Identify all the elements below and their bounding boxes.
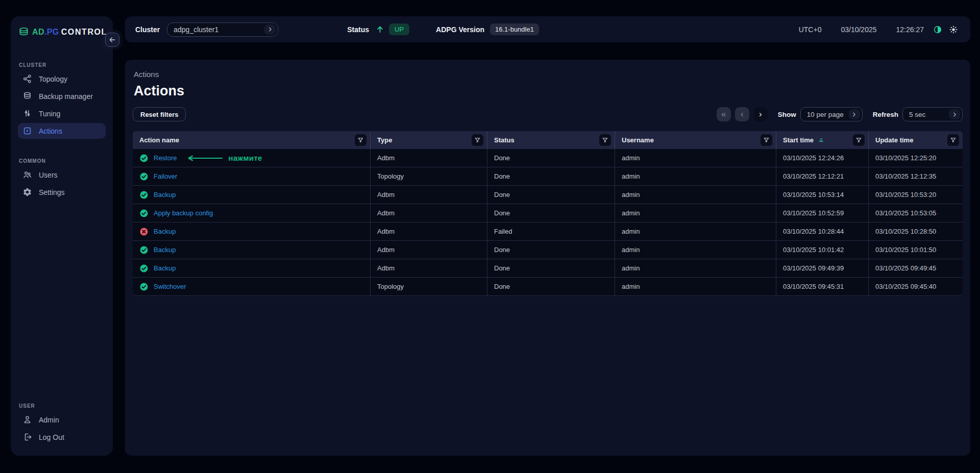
filter-button-type[interactable] bbox=[472, 134, 483, 146]
cell-start-time: 03/10/2025 10:52:59 bbox=[776, 204, 869, 222]
nav-section-label-common: COMMON bbox=[11, 158, 113, 164]
cell-status: Done bbox=[487, 186, 615, 204]
action-link[interactable]: Restore bbox=[154, 154, 177, 162]
cell-start-time: 03/10/2025 12:24:26 bbox=[776, 149, 869, 167]
action-link[interactable]: Switchover bbox=[154, 283, 186, 290]
clock: UTC+0 03/10/2025 12:26:27 bbox=[799, 26, 924, 34]
cell-username: admin bbox=[615, 167, 776, 186]
sidebar-item-label: Backup manager bbox=[39, 92, 93, 101]
cell-username: admin bbox=[615, 259, 776, 278]
sidebar-item-label: Actions bbox=[39, 127, 62, 135]
annotation: нажмите bbox=[187, 154, 262, 162]
cell-status: Failed bbox=[487, 222, 615, 241]
timezone-value: UTC+0 bbox=[799, 26, 822, 34]
cell-username: admin bbox=[615, 278, 776, 296]
cell-username: admin bbox=[615, 204, 776, 222]
sidebar-item-label: Users bbox=[39, 171, 58, 179]
chevron-right-icon bbox=[264, 24, 276, 35]
topology-icon bbox=[22, 74, 32, 84]
filter-icon bbox=[602, 137, 608, 143]
sidebar-item-admin[interactable]: Admin bbox=[18, 412, 106, 428]
first-page-button[interactable]: « bbox=[717, 107, 731, 121]
sidebar-item-log-out[interactable]: Log Out bbox=[18, 429, 106, 445]
sidebar-item-topology[interactable]: Topology bbox=[18, 71, 106, 87]
refresh-interval-select[interactable]: 5 sec bbox=[902, 107, 963, 121]
cell-start-time: 03/10/2025 09:49:39 bbox=[776, 259, 869, 278]
cell-type: Adbm bbox=[371, 186, 487, 204]
sidebar-item-tuning[interactable]: Tuning bbox=[18, 106, 106, 121]
cell-update-time: 03/10/2025 10:01:50 bbox=[869, 241, 963, 259]
nav-section-label-cluster: CLUSTER bbox=[11, 62, 113, 68]
cluster-select[interactable]: adpg_cluster1 bbox=[167, 22, 278, 37]
sidebar-item-label: Admin bbox=[39, 416, 59, 424]
action-link[interactable]: Failover bbox=[154, 172, 177, 180]
sidebar-collapse-button[interactable] bbox=[105, 33, 119, 47]
cluster-select-value: adpg_cluster1 bbox=[174, 26, 218, 34]
filter-button-update-time[interactable] bbox=[947, 134, 959, 146]
cell-update-time: 03/10/2025 10:53:20 bbox=[869, 186, 963, 204]
action-link[interactable]: Backup bbox=[154, 246, 176, 254]
success-check-icon bbox=[139, 245, 149, 255]
column-title: Update time bbox=[875, 136, 913, 144]
sidebar-item-actions[interactable]: Actions bbox=[18, 123, 106, 139]
app-title: AD.PGCONTROL bbox=[32, 28, 107, 37]
logout-icon bbox=[22, 432, 32, 442]
column-header-username: Username bbox=[615, 131, 776, 149]
light-mode-sun-icon[interactable] bbox=[949, 25, 958, 34]
action-link[interactable]: Backup bbox=[154, 228, 176, 235]
sidebar-item-users[interactable]: Users bbox=[18, 167, 106, 183]
column-header-start-time: Start time bbox=[776, 131, 869, 149]
breadcrumb: Actions bbox=[133, 70, 963, 79]
per-page-select[interactable]: 10 per page bbox=[800, 107, 863, 121]
annotation-arrow-icon bbox=[187, 155, 224, 161]
adpg-version: ADPG Version 16.1-bundle1 bbox=[436, 23, 539, 35]
filter-icon bbox=[357, 137, 364, 143]
sidebar-item-label: Topology bbox=[39, 75, 67, 83]
filter-icon bbox=[763, 137, 770, 143]
filter-button-username[interactable] bbox=[761, 134, 772, 146]
cell-start-time: 03/10/2025 12:12:21 bbox=[776, 167, 869, 186]
chevron-right-icon bbox=[849, 109, 860, 119]
failed-cross-icon bbox=[139, 227, 149, 236]
previous-page-button[interactable]: ‹ bbox=[735, 107, 749, 121]
cell-update-time: 03/10/2025 12:25:20 bbox=[869, 149, 963, 167]
database-logo-icon bbox=[18, 27, 30, 38]
action-link[interactable]: Apply backup config bbox=[154, 209, 213, 217]
cell-update-time: 03/10/2025 09:45:40 bbox=[869, 278, 963, 296]
cell-action-name: Switchover bbox=[133, 278, 371, 296]
column-title: Action name bbox=[139, 136, 179, 144]
cell-update-time: 03/10/2025 10:28:50 bbox=[869, 222, 963, 241]
column-header-action-name: Action name bbox=[133, 131, 371, 149]
filter-button-status[interactable] bbox=[599, 134, 611, 146]
refresh-label: Refresh bbox=[873, 111, 898, 118]
sort-icon[interactable] bbox=[818, 136, 826, 144]
filter-button-action-name[interactable] bbox=[355, 134, 366, 146]
cell-start-time: 03/10/2025 10:53:14 bbox=[776, 186, 869, 204]
cell-username: admin bbox=[615, 149, 776, 167]
success-check-icon bbox=[139, 154, 149, 163]
status-badge: UP bbox=[389, 23, 409, 35]
nav-section-label-user: USER bbox=[11, 403, 113, 409]
cell-update-time: 03/10/2025 10:53:05 bbox=[869, 204, 963, 222]
sidebar-item-backup-manager[interactable]: Backup manager bbox=[18, 88, 106, 104]
cell-status: Done bbox=[487, 167, 615, 186]
column-header-type: Type bbox=[371, 131, 487, 149]
column-title: Start time bbox=[783, 136, 814, 144]
next-page-button[interactable]: › bbox=[753, 107, 768, 121]
success-check-icon bbox=[139, 282, 149, 291]
cell-status: Done bbox=[487, 149, 615, 167]
cluster-status: Status UP bbox=[347, 23, 409, 35]
sidebar-item-settings[interactable]: Settings bbox=[18, 184, 106, 200]
success-check-icon bbox=[139, 264, 149, 273]
cell-update-time: 03/10/2025 12:12:35 bbox=[869, 167, 963, 186]
cell-action-name: Restoreнажмите bbox=[133, 149, 371, 167]
action-link[interactable]: Backup bbox=[154, 191, 176, 198]
filter-button-start-time[interactable] bbox=[853, 134, 865, 146]
cell-action-name: Backup bbox=[133, 241, 371, 259]
reset-filters-button[interactable]: Reset filters bbox=[133, 107, 186, 121]
contrast-toggle-icon[interactable] bbox=[933, 25, 942, 34]
sidebar-item-label: Tuning bbox=[39, 110, 60, 118]
action-link[interactable]: Backup bbox=[154, 264, 176, 272]
cell-start-time: 03/10/2025 09:45:31 bbox=[776, 278, 869, 296]
cell-update-time: 03/10/2025 09:49:45 bbox=[869, 259, 963, 278]
